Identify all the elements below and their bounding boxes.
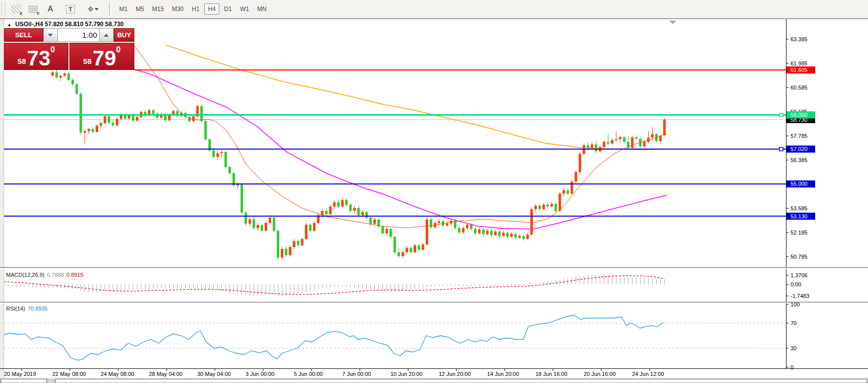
svg-text:59.000: 59.000 — [791, 112, 808, 118]
svg-text:14 Jun 20:00: 14 Jun 20:00 — [487, 371, 519, 377]
rsi-name: RSI(14) — [6, 305, 25, 312]
svg-text:1.3706: 1.3706 — [791, 272, 808, 278]
tf-button-M1[interactable]: M1 — [116, 4, 131, 15]
buy-price-int: 58 — [83, 57, 92, 65]
expert-advisor-hatch-icon[interactable]: E — [10, 3, 23, 16]
grid-glyph — [29, 5, 38, 13]
svg-text:61.985: 61.985 — [791, 60, 808, 66]
svg-text:24 Jun 12:00: 24 Jun 12:00 — [632, 371, 664, 377]
one-click-trading-panel: SELL BUY 58 73 0 58 79 0 — [4, 28, 134, 70]
volume-input[interactable] — [58, 28, 99, 42]
tf-button-W1[interactable]: W1 — [236, 4, 253, 15]
svg-text:61.605: 61.605 — [791, 67, 808, 73]
svg-text:57.020: 57.020 — [791, 146, 808, 152]
sell-button[interactable]: SELL — [4, 28, 43, 42]
buy-price-point: 0 — [116, 45, 121, 54]
svg-text:30: 30 — [791, 345, 797, 351]
letter-a-glyph: A — [47, 5, 53, 14]
tf-button-M30[interactable]: M30 — [169, 4, 187, 15]
svg-text:28 May 04:00: 28 May 04:00 — [149, 371, 183, 377]
svg-text:7 Jun 00:00: 7 Jun 00:00 — [342, 371, 371, 377]
svg-text:53.130: 53.130 — [791, 213, 808, 219]
sell-price-point: 0 — [50, 45, 55, 54]
svg-text:56.385: 56.385 — [791, 157, 808, 163]
svg-text:52.185: 52.185 — [791, 229, 808, 236]
rsi-value: 70.8935 — [28, 305, 48, 312]
buy-price-pips: 79 — [93, 47, 116, 69]
tf-button-H1[interactable]: H1 — [188, 4, 203, 15]
svg-text:22 May 08:00: 22 May 08:00 — [52, 371, 86, 377]
icon-sub-letter: F — [37, 11, 40, 16]
collapse-arrow-icon[interactable]: ▲ — [7, 22, 12, 27]
icon-sub-letter: E — [20, 11, 23, 16]
macd-name: MACD(12,26,9) — [6, 272, 44, 278]
tf-button-M5[interactable]: M5 — [132, 4, 148, 15]
resistance-line-59000-handle[interactable] — [779, 113, 783, 117]
svg-text:20 May 2019: 20 May 2019 — [4, 371, 36, 377]
svg-text:12 Jun 20:00: 12 Jun 20:00 — [439, 371, 471, 377]
ohlc-values: 57.820 58.810 57.790 58.730 — [45, 21, 124, 28]
support-line-57020-handle[interactable] — [779, 147, 783, 151]
text-box-icon[interactable]: T — [64, 3, 77, 16]
chevron-down-icon — [95, 8, 99, 11]
volume-decrease-button[interactable] — [43, 28, 58, 42]
svg-text:70: 70 — [791, 320, 797, 326]
buy-button[interactable]: BUY — [114, 28, 134, 42]
svg-text:18 Jun 16:00: 18 Jun 16:00 — [535, 371, 568, 377]
bottom-strip-box-left[interactable] — [1, 379, 47, 383]
timeframe-button-group: M1M5M15M30H1H4D1W1MN — [115, 4, 271, 15]
macd-signal-value: 0.8915 — [66, 272, 84, 278]
rsi-label: RSI(14)70.8935 — [6, 305, 48, 312]
svg-text:0: 0 — [791, 364, 794, 370]
svg-text:24 May 08:00: 24 May 08:00 — [101, 371, 134, 377]
svg-text:30 May 04:00: 30 May 04:00 — [197, 371, 231, 377]
svg-text:5 Jun 00:00: 5 Jun 00:00 — [294, 371, 323, 377]
svg-text:60.585: 60.585 — [791, 85, 808, 91]
triangle-up-icon — [104, 34, 109, 37]
bottom-strip — [0, 378, 868, 383]
svg-text:3 Jun 00:00: 3 Jun 00:00 — [246, 371, 275, 377]
chart-title: ▲ USOil-,H4 57.820 58.810 57.790 58.730 — [7, 21, 124, 28]
buy-price-display[interactable]: 58 79 0 — [69, 43, 134, 70]
svg-text:100: 100 — [791, 301, 800, 308]
letter-t-glyph: T — [66, 5, 75, 14]
bottom-strip-box-right[interactable] — [55, 379, 867, 383]
svg-text:10 Jun 20:00: 10 Jun 20:00 — [390, 371, 423, 377]
svg-text:-1.7483: -1.7483 — [791, 293, 809, 299]
tf-button-H4[interactable]: H4 — [204, 4, 219, 15]
svg-text:50.785: 50.785 — [791, 254, 808, 260]
triangle-down-icon — [48, 34, 53, 37]
tf-button-M15[interactable]: M15 — [148, 4, 167, 15]
sell-price-pips: 73 — [27, 47, 51, 69]
sell-price-display[interactable]: 58 73 0 — [4, 43, 68, 70]
toolbar-separator — [109, 3, 111, 16]
toolbar: E F A T ✥ M1M5M15M30H1H4D1W1MN — [0, 0, 868, 19]
tf-button-MN[interactable]: MN — [254, 4, 270, 15]
svg-text:63.385: 63.385 — [791, 36, 808, 42]
sell-price-int: 58 — [18, 57, 26, 65]
mt4-chart-window: 63.38561.98560.58559.18557.78556.38553.5… — [0, 0, 868, 383]
crosshair-arrows-icon[interactable]: ✥ — [83, 3, 103, 16]
svg-text:57.785: 57.785 — [791, 133, 808, 139]
text-label-icon[interactable]: A — [44, 3, 57, 16]
svg-text:55.000: 55.000 — [791, 181, 808, 187]
tf-button-D1[interactable]: D1 — [220, 4, 235, 15]
arrows-glyph: ✥ — [88, 5, 93, 13]
grid-icon[interactable]: F — [27, 3, 40, 16]
symbol-period-label: USOil-,H4 — [15, 21, 43, 28]
macd-main-value: 0.7888 — [47, 272, 64, 278]
macd-label: MACD(12,26,9)0.78880.8915 — [6, 272, 84, 278]
svg-text:20 Jun 16:00: 20 Jun 16:00 — [584, 371, 616, 377]
toolbar-grip[interactable] — [2, 3, 6, 16]
svg-text:0.00: 0.00 — [791, 281, 801, 287]
svg-text:53.585: 53.585 — [791, 205, 808, 211]
volume-increase-button[interactable] — [99, 28, 114, 42]
